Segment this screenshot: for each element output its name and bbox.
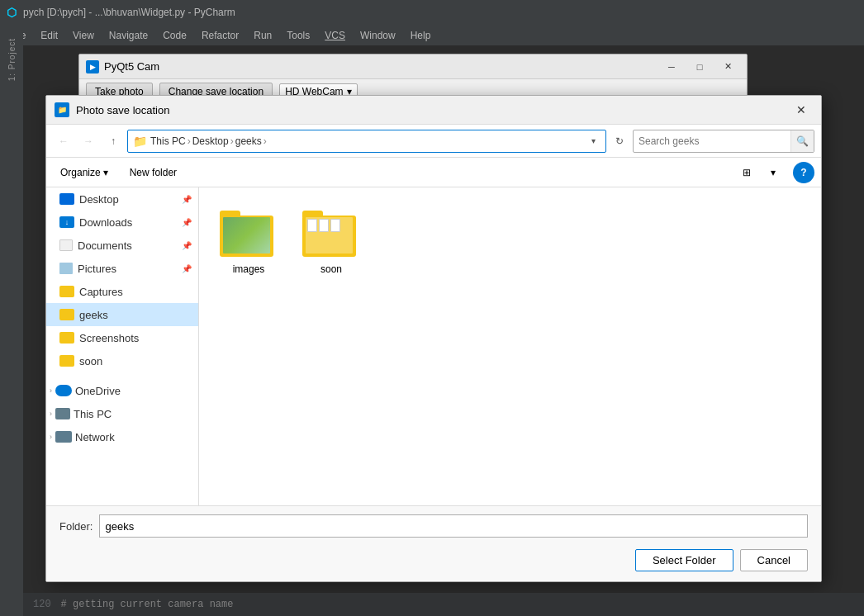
thispc-icon xyxy=(55,408,70,419)
search-input[interactable] xyxy=(634,135,790,147)
pin-icon-documents: 📌 xyxy=(182,241,192,250)
sidebar-pictures-label: Pictures xyxy=(78,263,116,275)
dialog-bottom: Folder: Select Folder Cancel xyxy=(46,505,821,581)
sidebar-documents-label: Documents xyxy=(78,239,132,252)
editor-comment-text: # getting current camera name xyxy=(61,599,234,610)
menu-tools[interactable]: Tools xyxy=(280,28,316,43)
sidebar-thispc-label: This PC xyxy=(74,408,112,420)
menu-view[interactable]: View xyxy=(66,28,101,43)
select-folder-button[interactable]: Select Folder xyxy=(635,549,733,571)
onedrive-icon xyxy=(55,385,72,396)
menu-window[interactable]: Window xyxy=(354,28,402,43)
breadcrumb-thispc[interactable]: This PC xyxy=(150,135,186,147)
onedrive-chevron: › xyxy=(50,386,52,395)
sidebar-network-label: Network xyxy=(75,431,115,443)
new-folder-button[interactable]: New folder xyxy=(122,163,184,182)
mini-doc-3 xyxy=(330,219,340,232)
menu-help[interactable]: Help xyxy=(404,28,438,43)
menu-refactor[interactable]: Refactor xyxy=(195,28,245,43)
dialog-toolbar: Organize ▾ New folder ⊞ ▾ ? xyxy=(46,158,821,187)
menu-navigate[interactable]: Navigate xyxy=(102,28,154,43)
pyqt5-window-buttons: ─ □ ✕ xyxy=(659,57,740,77)
organize-button[interactable]: Organize ▾ xyxy=(53,163,116,182)
pycharm-titlebar: ⬡ pych [D:\pych] - ...\bhuvan\Widget.py … xyxy=(0,0,864,25)
images-folder-back xyxy=(220,216,273,257)
breadcrumb-geeks[interactable]: geeks xyxy=(235,135,262,147)
folder-input-row: Folder: xyxy=(46,506,821,546)
thispc-chevron: › xyxy=(50,410,52,418)
sidebar-network[interactable]: › Network xyxy=(46,425,198,448)
search-button[interactable]: 🔍 xyxy=(790,130,814,152)
line-number: 120 xyxy=(33,599,51,610)
sidebar-item-captures[interactable]: Captures xyxy=(46,280,198,303)
menu-vcs[interactable]: VCS xyxy=(318,28,352,43)
mini-doc-2 xyxy=(319,219,329,232)
nav-back-button[interactable]: ← xyxy=(53,130,74,152)
breadcrumb: This PC › Desktop › geeks › xyxy=(150,135,582,147)
soon-folder-name: soon xyxy=(320,263,342,275)
pyqt5-icon: ▶ xyxy=(86,60,99,73)
breadcrumb-desktop[interactable]: Desktop xyxy=(192,135,229,147)
sidebar-item-documents[interactable]: Documents 📌 xyxy=(46,234,198,257)
soon-folder-back xyxy=(302,216,356,257)
sidebar-onedrive-label: OneDrive xyxy=(75,385,121,397)
pin-icon-downloads: 📌 xyxy=(182,218,192,227)
new-folder-label: New folder xyxy=(130,167,177,178)
cancel-button[interactable]: Cancel xyxy=(740,549,808,571)
address-bar[interactable]: 📁 This PC › Desktop › geeks › ▾ xyxy=(127,130,606,153)
menu-code[interactable]: Code xyxy=(156,28,193,43)
menu-run[interactable]: Run xyxy=(247,28,278,43)
dialog-titlebar: 📁 Photo save location ✕ xyxy=(46,96,821,125)
organize-label: Organize xyxy=(60,167,101,178)
sidebar-item-screenshots[interactable]: Screenshots xyxy=(46,326,198,349)
breadcrumb-folder-icon: 📁 xyxy=(133,135,147,148)
pyqt5-close-btn[interactable]: ✕ xyxy=(715,57,740,77)
dialog-icon: 📁 xyxy=(55,102,69,117)
menu-edit[interactable]: Edit xyxy=(34,28,64,43)
folder-item-images[interactable]: images xyxy=(216,204,282,280)
sidebar: Desktop 📌 ↓ Downloads 📌 Documents 📌 Pict… xyxy=(46,187,199,505)
pyqt5-minimize-btn[interactable]: ─ xyxy=(659,57,684,77)
sidebar-item-pictures[interactable]: Pictures 📌 xyxy=(46,257,198,280)
network-chevron: › xyxy=(50,433,52,441)
help-button[interactable]: ? xyxy=(793,162,814,183)
pyqt5-maximize-btn[interactable]: □ xyxy=(687,57,712,77)
search-bar[interactable]: 🔍 xyxy=(633,130,814,153)
nav-forward-button[interactable]: → xyxy=(78,130,99,152)
sidebar-desktop-label: Desktop xyxy=(79,193,119,206)
soon-folder-icon xyxy=(59,355,74,367)
folder-item-soon[interactable]: soon xyxy=(298,204,364,280)
view-dropdown-button[interactable]: ▾ xyxy=(760,161,786,184)
sidebar-item-geeks[interactable]: geeks xyxy=(46,303,198,326)
network-icon xyxy=(55,431,72,443)
geeks-folder-icon xyxy=(59,309,74,320)
pyqt5-title-text: PyQt5 Cam xyxy=(104,60,159,73)
editor-code: # getting current camera name xyxy=(61,599,234,610)
desktop-icon xyxy=(59,193,74,205)
sidebar-item-soon[interactable]: soon xyxy=(46,349,198,372)
sidebar-thispc[interactable]: › This PC xyxy=(46,402,198,425)
pycharm-side-strip: 1: Project xyxy=(0,25,23,616)
images-folder-name: images xyxy=(233,263,265,275)
screenshots-folder-icon xyxy=(59,332,74,344)
folder-label: Folder: xyxy=(59,520,93,533)
sidebar-screenshots-label: Screenshots xyxy=(79,332,139,344)
view-dropdown[interactable]: ⊞ ▾ xyxy=(733,161,786,184)
pin-icon-pictures: 📌 xyxy=(182,264,192,273)
sidebar-onedrive[interactable]: › OneDrive xyxy=(46,379,198,402)
folder-input[interactable] xyxy=(99,514,808,538)
pycharm-logo: ⬡ xyxy=(7,6,17,19)
mini-doc-1 xyxy=(307,219,317,232)
view-icon-button[interactable]: ⊞ xyxy=(733,161,760,184)
dialog-title-left: 📁 Photo save location xyxy=(55,102,169,117)
sidebar-item-desktop[interactable]: Desktop 📌 xyxy=(46,187,198,211)
sidebar-spacer1 xyxy=(46,372,198,379)
organize-arrow: ▾ xyxy=(103,167,108,178)
captures-folder-icon xyxy=(59,286,74,297)
sidebar-item-downloads[interactable]: ↓ Downloads 📌 xyxy=(46,211,198,234)
address-dropdown-button[interactable]: ▾ xyxy=(586,131,601,151)
nav-up-button[interactable]: ↑ xyxy=(102,130,124,152)
refresh-button[interactable]: ↻ xyxy=(610,131,629,151)
dialog-close-button[interactable]: ✕ xyxy=(790,100,813,120)
pin-icon-desktop: 📌 xyxy=(182,195,192,204)
